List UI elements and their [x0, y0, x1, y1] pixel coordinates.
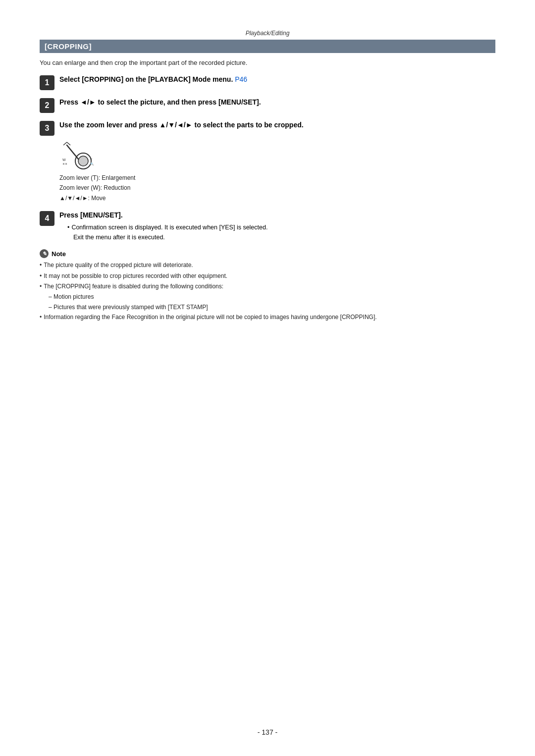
section-header: [CROPPING] [40, 40, 495, 53]
conf-text-1: Confirmation screen is displayed. It is … [71, 222, 268, 232]
note-text-1: The picture quality of the cropped pictu… [44, 260, 193, 270]
step-content-2: Press ◄/► to select the picture, and the… [59, 97, 495, 108]
page-container: Playback/Editing [CROPPING] You can enla… [0, 0, 535, 756]
step-1-link[interactable]: P46 [235, 75, 247, 83]
zoom-label-2: Zoom lever (W): Reduction [59, 183, 495, 193]
note-text-4: Information regarding the Face Recogniti… [44, 312, 376, 322]
page-number: - 137 - [0, 728, 535, 736]
step-2-text: Press ◄/► to select the picture, and the… [59, 98, 261, 106]
step-number-4: 4 [40, 211, 54, 226]
svg-text:T: T [90, 158, 93, 162]
note-text-3: The [CROPPING] feature is disabled durin… [44, 281, 223, 291]
note-sub-1: – Motion pictures [40, 292, 495, 302]
note-label: Note [52, 250, 66, 258]
zoom-diagram: W ✕✕ T 🔍 [59, 135, 495, 170]
note-header: ✎ Note [40, 249, 495, 258]
zoom-label-3: ▲/▼/◄/►: Move [59, 193, 495, 203]
step-number-2: 2 [40, 98, 54, 113]
step-content-1: Select [CROPPING] on the [PLAYBACK] Mode… [59, 74, 495, 85]
svg-line-7 [67, 142, 70, 145]
step-1: 1 Select [CROPPING] on the [PLAYBACK] Mo… [40, 74, 495, 90]
page-subtitle: Playback/Editing [40, 30, 495, 37]
step-content-3: Use the zoom lever and press ▲/▼/◄/► to … [59, 120, 495, 203]
zoom-labels: Zoom lever (T): Enlargement Zoom lever (… [59, 173, 495, 203]
intro-text: You can enlarge and then crop the import… [40, 59, 495, 66]
note-sub-2: – Pictures that were previously stamped … [40, 302, 495, 312]
note-section: ✎ Note • The picture quality of the crop… [40, 249, 495, 322]
zoom-label-1: Zoom lever (T): Enlargement [59, 173, 495, 183]
step-number-1: 1 [40, 75, 54, 90]
zoom-lever-icon: W ✕✕ T 🔍 [59, 135, 99, 170]
svg-text:W: W [62, 158, 66, 162]
note-list: • The picture quality of the cropped pic… [40, 260, 495, 322]
note-item-1: • The picture quality of the cropped pic… [40, 260, 495, 270]
note-item-2: • It may not be possible to crop picture… [40, 271, 495, 281]
svg-text:🔍: 🔍 [90, 162, 94, 166]
svg-text:✕✕: ✕✕ [62, 162, 67, 165]
svg-point-2 [78, 156, 88, 166]
confirmation-note: Confirmation screen is displayed. It is … [59, 222, 495, 242]
note-text-2: It may not be possible to crop pictures … [44, 271, 227, 281]
step-3-text: Use the zoom lever and press ▲/▼/◄/► to … [59, 121, 304, 129]
step-number-3: 3 [40, 121, 54, 136]
note-item-3: • The [CROPPING] feature is disabled dur… [40, 281, 495, 291]
step-3: 3 Use the zoom lever and press ▲/▼/◄/► t… [40, 120, 495, 203]
conf-item-1: Confirmation screen is displayed. It is … [67, 222, 495, 232]
step-2: 2 Press ◄/► to select the picture, and t… [40, 97, 495, 113]
conf-sub-1: Exit the menu after it is executed. [67, 232, 495, 242]
note-icon: ✎ [40, 249, 49, 258]
step-content-4: Press [MENU/SET]. Confirmation screen is… [59, 210, 495, 242]
step-4-text: Press [MENU/SET]. [59, 211, 123, 219]
step-4: 4 Press [MENU/SET]. Confirmation screen … [40, 210, 495, 242]
note-item-4: • Information regarding the Face Recogni… [40, 312, 495, 322]
step-1-text: Select [CROPPING] on the [PLAYBACK] Mode… [59, 75, 235, 83]
svg-line-8 [63, 142, 67, 145]
